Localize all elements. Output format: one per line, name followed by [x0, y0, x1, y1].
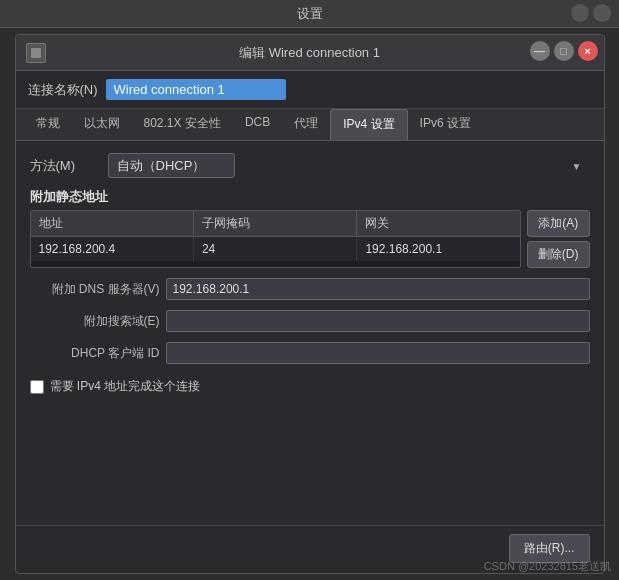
cell-gateway: 192.168.200.1	[357, 237, 519, 261]
table-area: 地址 子网掩码 网关 192.168.200.4 24 192.168.200.…	[30, 210, 590, 268]
table-row[interactable]: 192.168.200.4 24 192.168.200.1	[31, 237, 520, 261]
dialog-title: 编辑 Wired connection 1	[239, 44, 380, 62]
tab-ipv6[interactable]: IPv6 设置	[408, 109, 483, 140]
top-bar-controls	[571, 4, 611, 22]
dhcp-id-row: DHCP 客户端 ID	[30, 342, 590, 364]
ipv4-required-row: 需要 IPv4 地址完成这个连接	[30, 378, 590, 395]
address-table: 地址 子网掩码 网关 192.168.200.4 24 192.168.200.…	[30, 210, 521, 268]
tab-8021x[interactable]: 802.1X 安全性	[132, 109, 233, 140]
tab-ethernet[interactable]: 以太网	[72, 109, 132, 140]
delete-address-button[interactable]: 删除(D)	[527, 241, 590, 268]
search-domain-row: 附加搜索域(E)	[30, 310, 590, 332]
connection-name-input[interactable]	[106, 79, 286, 100]
method-label: 方法(M)	[30, 157, 100, 175]
top-bar: 设置	[0, 0, 619, 28]
table-header: 地址 子网掩码 网关	[31, 211, 520, 237]
tab-dcb[interactable]: DCB	[233, 109, 282, 140]
edit-dialog: 编辑 Wired connection 1 — □ × 连接名称(N) 常规 以…	[15, 34, 605, 574]
dhcp-id-label: DHCP 客户端 ID	[30, 345, 160, 362]
dns-input[interactable]	[166, 278, 590, 300]
search-domain-input[interactable]	[166, 310, 590, 332]
dialog-icon	[26, 43, 46, 63]
tabs-bar: 常规 以太网 802.1X 安全性 DCB 代理 IPv4 设置 IPv6 设置	[16, 109, 604, 141]
dialog-max-button[interactable]: □	[554, 41, 574, 61]
tab-ipv4[interactable]: IPv4 设置	[330, 109, 407, 140]
connection-name-row: 连接名称(N)	[16, 71, 604, 109]
topbar-max-button[interactable]	[593, 4, 611, 22]
topbar-min-button[interactable]	[571, 4, 589, 22]
dialog-controls: — □ ×	[530, 41, 598, 61]
add-address-button[interactable]: 添加(A)	[527, 210, 590, 237]
ipv4-required-label: 需要 IPv4 地址完成这个连接	[50, 378, 201, 395]
dialog-titlebar: 编辑 Wired connection 1 — □ ×	[16, 35, 604, 71]
method-row: 方法(M) 自动（DHCP）	[30, 153, 590, 178]
table-actions: 添加(A) 删除(D)	[527, 210, 590, 268]
section-title: 附加静态地址	[30, 188, 590, 206]
method-select-wrapper: 自动（DHCP）	[108, 153, 590, 178]
dns-row: 附加 DNS 服务器(V)	[30, 278, 590, 300]
search-domain-label: 附加搜索域(E)	[30, 313, 160, 330]
cell-mask: 24	[194, 237, 357, 261]
dns-label: 附加 DNS 服务器(V)	[30, 281, 160, 298]
static-addresses-section: 附加静态地址 地址 子网掩码 网关 192.168.200.4 24 192.1…	[30, 188, 590, 268]
col-gateway: 网关	[357, 211, 519, 236]
watermark: CSDN @20232815老送凯	[484, 559, 611, 574]
svg-rect-0	[31, 48, 41, 58]
tab-content: 方法(M) 自动（DHCP） 附加静态地址 地址 子网掩码 网关	[16, 141, 604, 525]
method-select[interactable]: 自动（DHCP）	[108, 153, 235, 178]
connection-name-label: 连接名称(N)	[28, 81, 98, 99]
col-mask: 子网掩码	[194, 211, 357, 236]
tab-general[interactable]: 常规	[24, 109, 72, 140]
col-address: 地址	[31, 211, 194, 236]
ipv4-required-checkbox[interactable]	[30, 380, 44, 394]
top-bar-title: 设置	[297, 5, 323, 23]
dialog-close-button[interactable]: ×	[578, 41, 598, 61]
cell-address: 192.168.200.4	[31, 237, 194, 261]
tab-proxy[interactable]: 代理	[282, 109, 330, 140]
dialog-min-button[interactable]: —	[530, 41, 550, 61]
dhcp-id-input[interactable]	[166, 342, 590, 364]
